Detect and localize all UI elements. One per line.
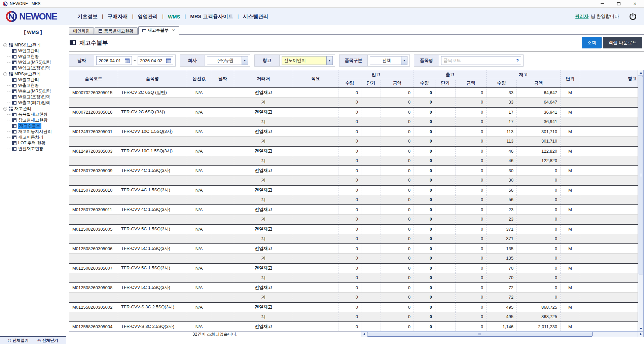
sum-cell-name [118,234,187,244]
help-lookup-icon[interactable]: ? [516,58,519,63]
item-row[interactable]: M012558260305004TFR-CVV-S 3C 2.5SQ(3사)N/… [69,322,638,332]
sum-cell-out_qty: 0 [414,215,435,224]
horizontal-scroll-thumb[interactable] [367,332,593,337]
tab-close-icon[interactable]: ✕ [172,28,175,33]
sum-cell-date [211,117,234,127]
expand-all-button[interactable]: ◎ 전체열기 [8,338,29,343]
item-row[interactable]: M012508260305006TFR-CVV 5C 1.5SQ(3사)N/A전… [69,244,638,254]
vertical-scrollbar[interactable] [638,70,644,332]
menu-item[interactable]: 영업관리 [138,13,158,20]
sum-row[interactable]: 계0000113301,710 [69,137,638,146]
sidebar-tree-item-selected[interactable]: 재고수불부 [7,123,65,129]
sum-row[interactable]: 계000046122,820 [69,156,638,166]
sum-row[interactable]: 계00001350 [69,254,638,263]
scroll-right-button[interactable] [638,332,643,337]
cell-partner: 전일재고 [234,166,293,176]
logout-button[interactable] [629,12,637,21]
menu-item[interactable]: 구매자재 [108,13,128,20]
cell-name: TFR-CVV 5C 1.5SQ(3사) [118,283,187,293]
sum-cell-unit [561,156,580,166]
collapse-toggle-icon[interactable] [3,72,7,76]
calendar-icon[interactable] [166,58,171,63]
excel-download-button[interactable]: 엑셀 다운로드 [603,37,642,48]
sidebar-tree-item[interactable]: 창고별재고현황 [7,117,65,123]
cell-option: N/A [187,244,211,254]
item-row[interactable]: M012558260305002TFR-CVV-S 3C 2.5SQ(3사)N/… [69,302,638,312]
scroll-down-button[interactable] [638,326,643,331]
item-row[interactable]: M012508260305005TFR-CVV 5C 1.5SQ(3사)N/A전… [69,224,638,234]
sum-cell-in_price [361,98,381,107]
collapse-all-button[interactable]: ◎ 전체닫기 [37,338,58,343]
item-row[interactable]: M012508260305008TFR-CVV 5C 1.5SQ(3사)N/A전… [69,283,638,293]
sum-row[interactable]: 계00001736,941 [69,117,638,127]
maximize-button[interactable] [617,2,620,5]
vertical-scroll-thumb[interactable] [639,76,643,274]
sidebar-tree-item[interactable]: W출고(MRS)입력 [7,88,65,94]
col-header-stock-qty: 수량 [487,79,517,88]
company-select[interactable]: (주)뉴원 ▾ [207,56,248,65]
sidebar-tree-item[interactable]: W입고현황 [7,54,65,60]
item-row[interactable]: M012497260305001TFR-CVV 10C 1.5SQ(3사)N/A… [69,127,638,137]
sidebar-tree-item[interactable]: W출고관리 [7,77,65,83]
date-from-input[interactable]: 2026-04-01 [96,56,132,65]
sum-row[interactable]: 계0000700 [69,273,638,283]
scroll-up-button[interactable] [638,70,643,76]
sidebar-tree-group[interactable]: 재고관리 [2,106,65,112]
warehouse-dropdown-button[interactable]: ▾ [326,56,332,65]
collapse-toggle-icon[interactable] [3,43,7,47]
sum-cell-partner: 계 [234,293,293,302]
sum-row[interactable]: 계00003710 [69,234,638,244]
sidebar-tree-item[interactable]: W입고(조정)입력 [7,65,65,71]
sidebar-tree-item[interactable]: LOT 추적 현황 [7,140,65,146]
calendar-icon[interactable] [125,58,130,63]
menu-item[interactable]: MRS 고객용사이트 [190,13,233,20]
company-dropdown-button[interactable]: ▾ [242,56,248,65]
user-link[interactable]: 관리자 [575,13,589,20]
sidebar-tree-item[interactable]: 재고이동지시관리 [7,129,65,135]
sum-row[interactable]: 계0000720 [69,293,638,302]
sidebar-tree-item[interactable]: 안전재고현황 [7,146,65,152]
item-row[interactable]: M000702260305015TFR-CV 2C 6SQ (일반)N/A전일재… [69,88,638,98]
search-button[interactable]: 조회 [582,37,602,48]
welcome-text: 님 환영합니다 [591,13,619,20]
item-row[interactable]: M012507260305011TFR-CVV 4C 1.5SQ(3사)N/A전… [69,205,638,215]
sum-row[interactable]: 계0000230 [69,215,638,224]
item-code-input[interactable]: 품목코드 ? [441,56,521,65]
sum-row[interactable]: 계0000560 [69,195,638,205]
tab-item[interactable]: 품목별재고현황 [95,27,138,34]
item-row[interactable]: M012507260305010TFR-CVV 4C 1.5SQ(3사)N/A전… [69,185,638,195]
sidebar-tree-item[interactable]: W입고관리 [7,48,65,54]
tab-active[interactable]: 재고수불부✕ [138,26,179,35]
date-to-input[interactable]: 2026-04-02 [138,56,173,65]
window-icon [142,29,146,32]
cell-out_price [435,322,456,332]
sidebar-tree-item[interactable]: W출고(조정)입력 [7,94,65,100]
minimize-button[interactable] [601,3,604,4]
close-button[interactable]: ✕ [633,2,637,6]
sum-row[interactable]: 계00003364,647 [69,98,638,107]
item-type-dropdown-button[interactable]: ▾ [401,56,407,65]
cell-out_qty: 0 [414,302,435,312]
sidebar-tree-item[interactable]: 품목별재고현황 [7,112,65,117]
sidebar-tree-group[interactable]: MRS입고관리 [2,42,65,48]
sidebar-tree-item[interactable]: W출고(폐기)입력 [7,100,65,106]
horizontal-scrollbar[interactable] [361,331,644,337]
item-type-select[interactable]: 전체 ▾ [370,56,407,65]
sidebar-tree-item[interactable]: W출고현황 [7,83,65,88]
scroll-left-button[interactable] [361,332,367,337]
warehouse-select[interactable]: 선도이엔지 ▾ [282,56,333,65]
sum-row[interactable]: 계0000495868,725 [69,312,638,322]
item-row[interactable]: M012497260305003TFR-CVV 10C 1.5SQ(3사)N/A… [69,146,638,156]
item-row[interactable]: M000721260305016TFR-CV 2C 6SQ (3사)N/A전일재… [69,107,638,117]
sidebar-tree-item[interactable]: 재고이동처리 [7,135,65,140]
tab-item[interactable]: 메인화면 [69,27,94,34]
sum-row[interactable]: 계0000300 [69,176,638,185]
menu-item[interactable]: 시스템관리 [243,13,268,20]
item-row[interactable]: M012507260305009TFR-CVV 4C 1.5SQ(3사)N/A전… [69,166,638,176]
menu-item[interactable]: WMS [168,14,180,20]
menu-item[interactable]: 기초정보 [77,13,98,20]
collapse-toggle-icon[interactable] [3,107,7,111]
sidebar-tree-group[interactable]: MRS출고관리 [2,71,65,77]
sidebar-tree-item[interactable]: W입고(MRS)입력 [7,60,65,65]
item-row[interactable]: M012508260305007TFR-CVV 5C 1.5SQ(3사)N/A전… [69,263,638,273]
